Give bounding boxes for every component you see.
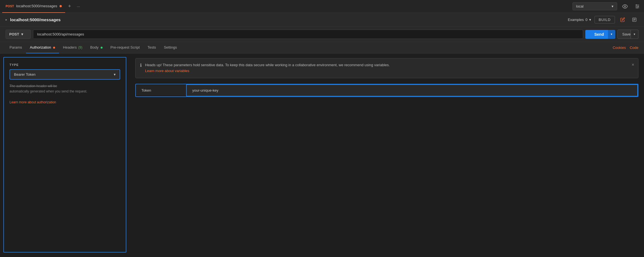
save-button[interactable]: Save <box>617 30 631 39</box>
request-header-right: Examples 0 BUILD <box>568 16 638 24</box>
token-row: Token your-unique-key <box>135 84 638 97</box>
cookies-link[interactable]: Cookies <box>613 46 626 50</box>
doc-icon[interactable] <box>630 16 638 24</box>
collapse-arrow-icon[interactable] <box>6 18 7 22</box>
info-link[interactable]: Learn more about variables <box>145 69 189 73</box>
send-button-group: Send ▾ <box>585 30 615 39</box>
type-selector[interactable]: Bearer Token <box>10 69 120 80</box>
tab-settings[interactable]: Settings <box>160 42 181 53</box>
chevron-down-icon <box>612 4 614 8</box>
build-button[interactable]: BUILD <box>595 16 615 23</box>
tab-add-button[interactable]: + <box>65 2 74 11</box>
headers-badge: (9) <box>78 46 82 49</box>
learn-more-link[interactable]: Learn more about authorization <box>10 100 56 104</box>
examples-count: 0 <box>585 18 587 22</box>
token-label: Token <box>136 85 186 96</box>
authorization-dot <box>53 47 55 49</box>
info-banner: ℹ Heads up! These parameters hold sensit… <box>135 58 638 78</box>
left-panel: TYPE Bearer Token The authorization head… <box>3 57 126 253</box>
environment-selector[interactable]: local <box>572 2 617 10</box>
tab-method-label: POST <box>6 4 14 8</box>
token-value[interactable]: your-unique-key <box>186 84 638 96</box>
edit-icon[interactable] <box>618 16 627 24</box>
type-value: Bearer Token <box>14 72 35 77</box>
helper-text-strikethrough: The authorization header will be <box>10 84 57 88</box>
tab-tests[interactable]: Tests <box>144 42 160 53</box>
examples-button[interactable]: Examples 0 <box>568 18 591 22</box>
tab-authorization[interactable]: Authorization <box>26 42 59 53</box>
save-dropdown-button[interactable]: ▾ <box>631 30 638 39</box>
tab-post-messages[interactable]: POST localhost:5000/messages <box>2 0 65 13</box>
type-label: TYPE <box>10 63 120 66</box>
send-dropdown-button[interactable]: ▾ <box>608 30 615 39</box>
chevron-down-icon <box>114 72 116 77</box>
main-content: TYPE Bearer Token The authorization head… <box>0 54 644 256</box>
url-bar: POST Send ▾ Save ▾ <box>0 27 644 42</box>
eye-icon-button[interactable] <box>621 2 629 11</box>
examples-label: Examples <box>568 18 584 22</box>
request-header: localhost:5000/messages Examples 0 BUILD <box>0 13 644 27</box>
sliders-icon-button[interactable] <box>633 2 642 11</box>
tab-headers[interactable]: Headers (9) <box>59 42 86 53</box>
info-text: Heads up! These parameters hold sensitiv… <box>145 62 390 74</box>
send-button[interactable]: Send <box>585 30 608 39</box>
url-input[interactable] <box>33 30 583 39</box>
tab-url-label: localhost:5000/messages <box>16 4 57 8</box>
tab-prerequest[interactable]: Pre-request Script <box>106 42 144 53</box>
tab-body[interactable]: Body <box>86 42 106 53</box>
body-dot <box>101 47 103 49</box>
tab-params[interactable]: Params <box>6 42 26 53</box>
tab-active-dot <box>60 5 62 7</box>
method-label: POST <box>9 32 19 36</box>
close-banner-button[interactable]: × <box>632 62 634 67</box>
code-link[interactable]: Code <box>630 46 638 50</box>
chevron-down-icon <box>589 18 591 22</box>
tab-more-button[interactable]: ··· <box>74 2 83 11</box>
svg-point-0 <box>624 6 626 7</box>
save-button-group: Save ▾ <box>617 30 638 39</box>
chevron-down-icon <box>21 32 23 36</box>
tabs-navigation: Params Authorization Headers (9) Body Pr… <box>0 42 644 54</box>
right-panel: ℹ Heads up! These parameters hold sensit… <box>130 54 644 256</box>
env-label: local <box>576 4 609 8</box>
helper-text: The authorization header will be automat… <box>10 84 120 105</box>
tabs-nav-right: Cookies Code <box>613 46 638 50</box>
tab-bar-right: local <box>572 2 642 11</box>
info-icon: ℹ <box>140 63 142 68</box>
tab-bar: POST localhost:5000/messages + ··· local <box>0 0 644 13</box>
helper-text-normal: automatically generated when you send th… <box>10 89 87 93</box>
request-title: localhost:5000/messages <box>10 17 61 22</box>
method-selector[interactable]: POST <box>6 30 31 39</box>
